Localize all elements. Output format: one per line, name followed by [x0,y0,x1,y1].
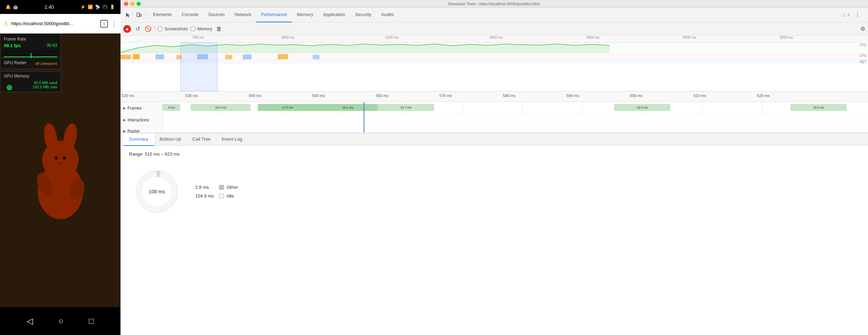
signal-icon: 📶 [88,5,93,9]
perf-separator [155,25,155,32]
raster-expand-icon[interactable]: ▶ [123,129,126,133]
frame-block-7[interactable]: 16.5 ms [790,104,847,111]
tab-sources[interactable]: Sources [203,8,230,22]
bunny-image [25,109,95,231]
detail-label-580: 580 ms [503,94,516,98]
frame-block-4[interactable]: 18.1 ms [318,104,378,111]
frame-block-1[interactable]: .9 ms [162,104,180,111]
warning-count: 4 [847,13,850,17]
tab-memory[interactable]: Memory [292,8,318,22]
memory-checkbox[interactable] [191,27,195,31]
tab-audits[interactable]: Audits [376,8,399,22]
gpu-memory-title: GPU Memory [4,74,57,79]
svg-rect-12 [121,55,131,59]
ruler-label-1500: 1500 ms [385,36,399,39]
phone-viewport: Frame Rate 59.1 fps 30-63 GPU Raster off… [0,34,121,307]
idle-label: Idle [227,193,234,199]
svg-point-6 [54,156,58,160]
screenshots-checkbox[interactable] [158,27,162,31]
frame-block-3[interactable]: 17.0 ms [258,104,318,111]
frame-block-6[interactable]: 16.5 ms [614,104,671,111]
screenshots-checkbox-group[interactable]: Screenshots [158,27,188,31]
grid-line-5 [462,102,463,114]
perf-settings-button[interactable]: ⚙ [860,25,865,32]
clear-button[interactable]: 🚫 [144,25,152,33]
tab-call-tree[interactable]: Call Tree [187,133,216,146]
track-container: ▶ Frames .9 ms 16.5 [121,102,868,133]
fps-value: 59.1 fps [4,43,21,48]
grid-line-6 [522,102,523,114]
recents-button[interactable]: □ [89,316,94,326]
maximize-traffic-light[interactable] [137,2,141,6]
grid-line-7 [582,102,583,114]
reload-record-button[interactable]: ↺ [134,25,141,33]
detail-label-610: 610 ms [693,94,706,98]
svg-rect-17 [225,55,232,59]
tab-security[interactable]: Security [350,8,376,22]
phone-menu-button[interactable]: ⋮ [111,20,117,28]
tab-performance[interactable]: Performance [256,8,292,22]
tab-event-log[interactable]: Event Log [216,133,248,146]
gpu-raster-title: GPU Raster [4,60,27,65]
device-mode-button[interactable] [134,10,144,20]
tab-bottom-up[interactable]: Bottom-Up [154,133,187,146]
frames-track-name: ▶ Frames [121,102,162,114]
gpu-memory-overlay: GPU Memory 40.5 MB used 192.0 MB max [0,71,61,92]
detail-label-560: 560 ms [376,94,388,98]
phone-nav-bar: ◁ ○ □ [0,307,121,335]
gpu-raster-overlay: GPU Raster off (viewport) [0,58,61,69]
interactions-track-row: ▶ Interactions [121,114,868,126]
frame-block-5[interactable]: 15.7 ms [378,104,434,111]
raster-track-name: ▶ Raster [121,126,162,133]
other-label: Other [227,185,238,190]
ruler-label-2500: 2500 ms [586,36,599,39]
detail-label-590: 590 ms [567,94,579,98]
legend-item-idle: 104.9 ms Idle [195,193,238,199]
gpu-memory-used: 40.5 MB used [32,81,57,85]
phone-tab-button[interactable]: 1 [100,20,108,28]
warning-icon: ⚠ [842,13,846,17]
toolbar-right: ⚠ 4 ⋮ [842,10,865,20]
ruler-label-500: 500 ms [193,36,204,39]
tab-summary[interactable]: Summary [123,133,154,146]
tab-network[interactable]: Network [230,8,256,22]
frames-track-row: ▶ Frames .9 ms 16.5 [121,102,868,114]
tab-application[interactable]: Application [318,8,350,22]
phone-url[interactable]: https://localhost:5000/goodbl... [11,21,97,26]
svg-point-9 [7,85,12,90]
screenshots-label: Screenshots [165,27,188,31]
tab-console[interactable]: Console [177,8,203,22]
gpu-raster-status: off (viewport) [35,61,57,66]
timeline-selection[interactable] [180,43,218,91]
toolbar-separator-1 [146,11,146,19]
memory-checkbox-group[interactable]: Memory [191,27,212,31]
dock-button[interactable]: ⋮ [853,10,862,20]
detail-label-550: 550 ms [312,94,325,98]
nfc-icon: 📳 [102,5,108,9]
idle-value: 104.9 ms [195,193,216,199]
record-button[interactable]: ● [123,25,131,33]
interactions-expand-icon[interactable]: ▶ [123,118,126,122]
frame-block-2[interactable]: 16.5 ms [191,104,251,111]
minimize-traffic-light[interactable] [130,2,134,6]
pie-center-ms: 108 ms [149,189,165,194]
raster-track-row: ▶ Raster [121,126,868,133]
tab-elements[interactable]: Elements [148,8,177,22]
back-button[interactable]: ◁ [27,316,33,326]
delete-button[interactable]: 🗑 [215,25,223,33]
traffic-lights [124,2,141,6]
cursor-tool-button[interactable] [123,10,133,20]
phone-panel: 🔔 🤖 1:40 ⚡ 📶 📡 📳 🔋 ⚠ https://localhost:5… [0,0,121,335]
svg-point-8 [59,162,62,164]
detail-label-620: 620 ms [757,94,769,98]
home-button[interactable]: ○ [58,316,64,326]
warning-badge: ⚠ 4 [842,13,850,17]
grid-line-10 [762,102,763,114]
pie-chart: 108 ms [129,164,185,219]
devtools-panel: Developer Tools - https://localhost:5000… [121,0,868,335]
ruler-labels: 500 ms 1000 ms 1500 ms 2000 ms 2500 ms 3… [124,36,868,43]
pie-legend: 2.8 ms Other 104.9 ms Idle [195,185,238,199]
net-track: NET [121,60,868,64]
close-traffic-light[interactable] [124,2,128,6]
frames-expand-icon[interactable]: ▶ [123,106,126,110]
